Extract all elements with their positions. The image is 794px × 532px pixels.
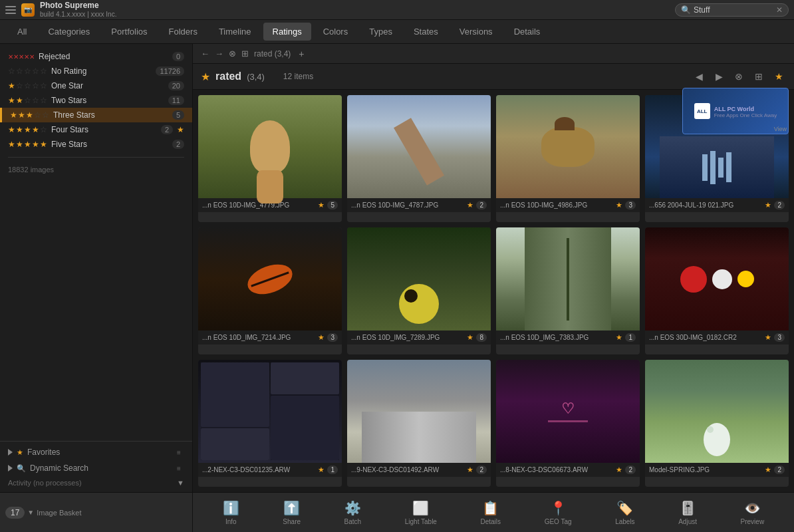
geo-tag-label: GEO Tag xyxy=(545,518,572,525)
preview-icon: 👁️ xyxy=(744,500,761,516)
prev-page-icon[interactable]: ◀ xyxy=(692,69,706,84)
photo-info-4: ...656 2004-JUL-19 021.JPG ★ 2 xyxy=(645,198,789,212)
basket-count: 17 xyxy=(5,507,25,519)
photo-card-10[interactable]: ...9-NEX-C3-DSC01492.ARW ★ 2 xyxy=(347,360,491,487)
preview-tool[interactable]: 👁️ Preview xyxy=(741,500,765,525)
photo-name-3: ...n EOS 10D-IMG_4986.JPG xyxy=(500,201,613,209)
four-stars-label: Four Stars xyxy=(51,125,157,134)
content-title-params: (3,4) xyxy=(247,72,265,82)
tab-folders[interactable]: Folders xyxy=(160,23,207,41)
sidebar-item-five-stars[interactable]: ★ ★ ★ ★ ★ Five Stars 2 xyxy=(0,137,192,152)
tab-states[interactable]: States xyxy=(404,23,448,41)
one-star-stars: ★ ☆ ☆ ☆ ☆ xyxy=(8,81,47,90)
tab-all[interactable]: All xyxy=(8,23,36,41)
dynamic-search-icon: 🔍 xyxy=(17,464,26,473)
favorites-menu-icon[interactable]: ≡ xyxy=(174,447,184,458)
photo-card-2[interactable]: ...n EOS 10D-IMG_4787.JPG ★ 2 xyxy=(347,95,491,222)
search-input[interactable] xyxy=(694,5,773,15)
content-title-bar: ★ rated (3,4) 12 items ◀ ▶ ⊗ ⊞ ★ xyxy=(193,64,794,90)
adjust-tool[interactable]: 🎚️ Adjust xyxy=(678,500,697,525)
nav-forward-icon[interactable]: → xyxy=(215,49,223,59)
info-icon: ℹ️ xyxy=(223,500,239,516)
photo-card-12[interactable]: Model-SPRING.JPG ★ 2 xyxy=(645,360,789,487)
photo-name-12: Model-SPRING.JPG xyxy=(649,466,762,473)
next-page-icon[interactable]: ▶ xyxy=(712,69,726,84)
photo-star-icon-4: ★ xyxy=(765,201,771,209)
sidebar-item-three-stars[interactable]: ★ ★ ★ ☆ ☆ Three Stars 5 xyxy=(0,108,192,122)
tab-versions[interactable]: Versions xyxy=(450,23,502,41)
photo-info-5: ...n EOS 10D_IMG_7214.JPG ★ 3 xyxy=(198,331,342,344)
sidebar-item-four-stars[interactable]: ★ ★ ★ ★ ☆ Four Stars 2 ★ xyxy=(0,122,192,137)
ad-banner: ALL ALL PC World Free Apps One Click Awa… xyxy=(682,88,789,134)
photo-star-icon-2: ★ xyxy=(467,201,473,209)
filter-toolbar-icon[interactable]: ⊗ xyxy=(731,69,746,84)
geo-tag-tool[interactable]: 📍 GEO Tag xyxy=(545,500,572,525)
photo-card-8[interactable]: ...n EOS 30D-IMG_0182.CR2 ★ 3 xyxy=(645,227,789,354)
dynamic-search-menu-icon[interactable]: ≡ xyxy=(174,463,184,473)
tab-details[interactable]: Details xyxy=(505,23,550,41)
details-tool[interactable]: 📋 Details xyxy=(481,500,501,525)
photo-info-2: ...n EOS 10D-IMG_4787.JPG ★ 2 xyxy=(347,198,491,212)
photo-thumb-3 xyxy=(496,95,640,198)
photo-thumb-9 xyxy=(198,360,342,463)
photo-card-9[interactable]: ...2-NEX-C3-DSC01235.ARW ★ 1 xyxy=(198,360,342,487)
photo-card-3[interactable]: ...n EOS 10D-IMG_4986.JPG ★ 3 xyxy=(496,95,640,222)
photo-card-6[interactable]: ...n EOS 10D_IMG_7289.JPG ★ 8 xyxy=(347,227,491,354)
favorites-item[interactable]: ★ Favorites ≡ xyxy=(0,444,192,460)
light-table-tool[interactable]: ⬜ Light Table xyxy=(405,500,437,525)
tab-portfolios[interactable]: Portfolios xyxy=(102,23,156,41)
photo-name-6: ...n EOS 10D_IMG_7289.JPG xyxy=(351,334,464,341)
sidebar-item-one-star[interactable]: ★ ☆ ☆ ☆ ☆ One Star 20 xyxy=(0,78,192,93)
main-area: ✕✕✕✕✕ Rejected 0 ☆ ☆ ☆ ☆ ☆ No Rating 117… xyxy=(0,44,794,492)
photo-name-11: ...8-NEX-C3-DSC06673.ARW xyxy=(500,466,613,473)
ad-title: ALL PC World xyxy=(714,106,777,112)
sidebar-item-two-stars[interactable]: ★ ★ ☆ ☆ ☆ Two Stars 11 xyxy=(0,93,192,108)
sidebar-item-rejected[interactable]: ✕✕✕✕✕ Rejected 0 xyxy=(0,49,192,64)
labels-tool[interactable]: 🏷️ Labels xyxy=(615,500,634,525)
photo-thumb-1 xyxy=(198,95,342,198)
tab-types[interactable]: Types xyxy=(360,23,402,41)
layers-icon[interactable]: ⊞ xyxy=(751,69,766,84)
photo-rating-7: 1 xyxy=(625,333,636,342)
light-table-label: Light Table xyxy=(405,518,437,525)
filter-icon[interactable]: ⊗ xyxy=(229,49,236,59)
nav-back-icon[interactable]: ← xyxy=(201,49,209,59)
share-tool[interactable]: ⬆️ Share xyxy=(283,500,301,525)
photo-card-5[interactable]: ...n EOS 10D_IMG_7214.JPG ★ 3 xyxy=(198,227,342,354)
bottom-toolbar: 17 ▼ Image Basket ℹ️ Info ⬆️ Share ⚙️ Ba… xyxy=(0,492,794,532)
photo-thumb-11: ♡ xyxy=(496,360,640,463)
info-tool[interactable]: ℹ️ Info xyxy=(223,500,239,525)
tab-categories[interactable]: Categories xyxy=(39,23,99,41)
activity-add-icon[interactable]: ▼ xyxy=(177,479,184,487)
photo-thumb-10 xyxy=(347,360,491,463)
photo-card-1[interactable]: ...n EOS 10D-IMG_4779.JPG ★ 5 xyxy=(198,95,342,222)
photo-card-7[interactable]: ...n EOS 10D_IMG_7383.JPG ★ 1 xyxy=(496,227,640,354)
photo-card-11[interactable]: ♡ ...8-NEX-C3-DSC06673.ARW ★ 2 xyxy=(496,360,640,487)
clear-search-icon[interactable]: ✕ xyxy=(776,5,783,15)
photo-thumb-8 xyxy=(645,227,789,331)
photo-rating-3: 3 xyxy=(625,201,636,209)
no-rating-label: No Rating xyxy=(51,66,152,76)
stack-icon[interactable]: ⊞ xyxy=(241,49,249,59)
title-star-icon: ★ xyxy=(201,70,210,83)
two-stars-count: 11 xyxy=(168,96,184,105)
tab-timeline[interactable]: Timeline xyxy=(209,23,261,41)
photo-info-6: ...n EOS 10D_IMG_7289.JPG ★ 8 xyxy=(347,331,491,344)
sidebar-list: ✕✕✕✕✕ Rejected 0 ☆ ☆ ☆ ☆ ☆ No Rating 117… xyxy=(0,44,192,441)
photo-rating-2: 2 xyxy=(476,201,487,209)
two-stars-label: Two Stars xyxy=(51,96,164,105)
photo-info-3: ...n EOS 10D-IMG_4986.JPG ★ 3 xyxy=(496,198,640,212)
bottom-left: 17 ▼ Image Basket xyxy=(0,493,193,532)
rejected-label: Rejected xyxy=(39,52,168,61)
batch-tool[interactable]: ⚙️ Batch xyxy=(344,500,362,525)
tab-colors[interactable]: Colors xyxy=(314,23,358,41)
nav-tabs: All Categories Portfolios Folders Timeli… xyxy=(0,20,794,44)
menu-button[interactable] xyxy=(5,6,16,14)
tab-ratings[interactable]: Ratings xyxy=(263,23,311,41)
dynamic-search-item[interactable]: 🔍 Dynamic Search ≡ xyxy=(0,460,192,476)
favorite-toolbar-icon[interactable]: ★ xyxy=(771,69,786,84)
photo-info-8: ...n EOS 30D-IMG_0182.CR2 ★ 3 xyxy=(645,331,789,344)
content-items-count: 12 items xyxy=(283,72,313,81)
add-icon[interactable]: + xyxy=(299,49,304,59)
sidebar-item-no-rating[interactable]: ☆ ☆ ☆ ☆ ☆ No Rating 11726 xyxy=(0,64,192,78)
